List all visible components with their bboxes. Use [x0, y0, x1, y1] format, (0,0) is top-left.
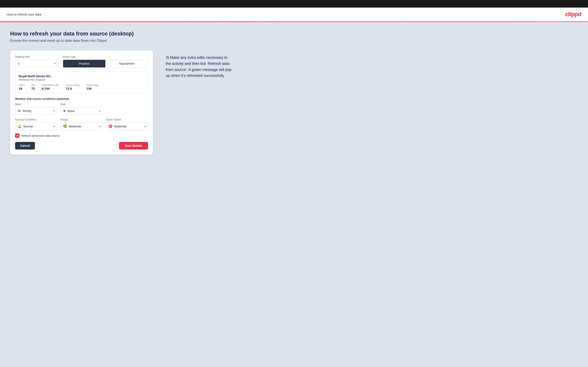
main-content: How to refresh your data from source (de…	[0, 22, 588, 367]
course-name: Royal North Devon GC,	[19, 75, 144, 78]
slope-rating-value: 134	[86, 87, 99, 90]
course-rating-stat: Course rating 72.5	[66, 84, 80, 90]
fairway-group: Fairway Conditions ⛳ Normal Soft Hard ▾	[15, 118, 57, 130]
wind-label: Wind	[15, 103, 57, 106]
game-type-label: Game Type	[63, 55, 148, 58]
side-text: 3) Make any extra edits necessary to the…	[166, 50, 233, 79]
cancel-button[interactable]: Cancel	[15, 142, 35, 150]
starting-hole-select-wrapper[interactable]: 1 10 ▾	[15, 60, 58, 67]
chevron-down-icon: ▾	[54, 125, 55, 128]
fairway-label: Fairway Conditions	[15, 118, 57, 121]
chevron-down-icon: ▾	[144, 125, 146, 128]
rough-select[interactable]: Moderate Light Heavy	[69, 125, 96, 128]
starting-hole-group: Starting Hole 1 10 ▾	[15, 55, 58, 68]
refresh-checkbox-row: Refresh shots from data source	[15, 133, 148, 138]
rain-label: Rain	[61, 103, 103, 106]
header: How to refresh your data clippd	[0, 8, 588, 21]
top-bar	[0, 0, 588, 8]
header-title: How to refresh your data	[7, 13, 41, 16]
fairway-icon: ⛳	[17, 124, 22, 128]
form-card: Starting Hole 1 10 ▾ Game Type Practice …	[10, 50, 153, 155]
course-rating-value: 72.5	[66, 87, 80, 90]
slope-rating-stat: Slope rating 134	[86, 84, 99, 90]
green-speed-group: Green Speed 🎯 Moderate Slow Fast ▾	[106, 118, 148, 130]
rain-select[interactable]: None Light Heavy	[68, 109, 96, 113]
button-row: Cancel Save Details	[15, 142, 148, 150]
conditions-row: Fairway Conditions ⛳ Normal Soft Hard ▾ …	[15, 118, 148, 130]
starting-hole-select[interactable]: 1 10	[15, 60, 58, 67]
par-label: Par	[31, 84, 35, 86]
yards-label: Yards/White (M))	[42, 84, 59, 86]
rough-group: Rough 🌿 Moderate Light Heavy ▾	[61, 118, 103, 130]
green-speed-icon: 🎯	[108, 124, 112, 128]
green-speed-select[interactable]: Moderate Slow Fast	[114, 125, 141, 128]
rough-icon: 🌿	[63, 124, 67, 128]
fairway-select-wrapper[interactable]: ⛳ Normal Soft Hard ▾	[15, 122, 57, 130]
starting-hole-label: Starting Hole	[15, 55, 58, 58]
course-location: Westward Ho!, England	[19, 78, 144, 81]
holes-label: Holes	[19, 84, 25, 86]
wind-select-wrapper[interactable]: 🌬 Strong None Light Moderate ▾	[15, 107, 57, 115]
chevron-down-icon: ▾	[99, 125, 100, 128]
par-stat: Par 72	[31, 84, 35, 90]
holes-stat: Holes 18	[19, 84, 25, 90]
weather-section-title: Weather and course conditions (optional)	[15, 97, 148, 100]
rain-select-wrapper[interactable]: ☀ None Light Heavy ▾	[61, 107, 103, 115]
page-subheading: Ensure the correct and most up to date d…	[10, 39, 578, 43]
fairway-select[interactable]: Normal Soft Hard	[23, 125, 50, 128]
rain-icon: ☀	[63, 109, 66, 113]
rough-label: Rough	[61, 118, 103, 121]
green-speed-select-wrapper[interactable]: 🎯 Moderate Slow Fast ▾	[106, 122, 148, 130]
page-heading: How to refresh your data from source (de…	[10, 30, 578, 37]
wind-group: Wind 🌬 Strong None Light Moderate ▾	[15, 103, 57, 115]
top-form-row: Starting Hole 1 10 ▾ Game Type Practice …	[15, 55, 148, 68]
course-rating-label: Course rating	[66, 84, 80, 86]
wind-rain-row: Wind 🌬 Strong None Light Moderate ▾ Rain	[15, 103, 148, 115]
game-type-group: Game Type Practice Tournament	[63, 55, 148, 68]
chevron-down-icon: ▾	[99, 110, 100, 113]
yards-stat: Yards/White (M)) 6,744	[42, 84, 59, 90]
refresh-label: Refresh shots from data source	[21, 134, 60, 137]
chevron-down-icon: ▾	[54, 109, 55, 112]
wind-select[interactable]: Strong None Light Moderate	[23, 109, 50, 113]
side-description: 3) Make any extra edits necessary to the…	[166, 55, 233, 79]
save-button[interactable]: Save Details	[119, 142, 148, 150]
logo: clippd	[565, 11, 581, 18]
rain-group: Rain ☀ None Light Heavy ▾	[61, 103, 103, 115]
holes-value: 18	[19, 87, 25, 90]
slope-rating-label: Slope rating	[86, 84, 99, 86]
content-row: Starting Hole 1 10 ▾ Game Type Practice …	[10, 50, 578, 155]
yards-value: 6,744	[42, 87, 59, 90]
course-stats: Holes 18 Par 72 Yards/White (M)) 6,744 C…	[19, 84, 144, 90]
tournament-button[interactable]: Tournament	[105, 60, 148, 67]
par-value: 72	[31, 87, 35, 90]
wind-icon: 🌬	[17, 109, 21, 113]
refresh-checkbox[interactable]	[15, 133, 19, 138]
practice-button[interactable]: Practice	[63, 60, 105, 67]
game-type-buttons: Practice Tournament	[63, 60, 148, 68]
rough-select-wrapper[interactable]: 🌿 Moderate Light Heavy ▾	[61, 122, 103, 130]
course-info-box: Royal North Devon GC, Westward Ho!, Engl…	[15, 71, 148, 93]
green-speed-label: Green Speed	[106, 118, 148, 121]
